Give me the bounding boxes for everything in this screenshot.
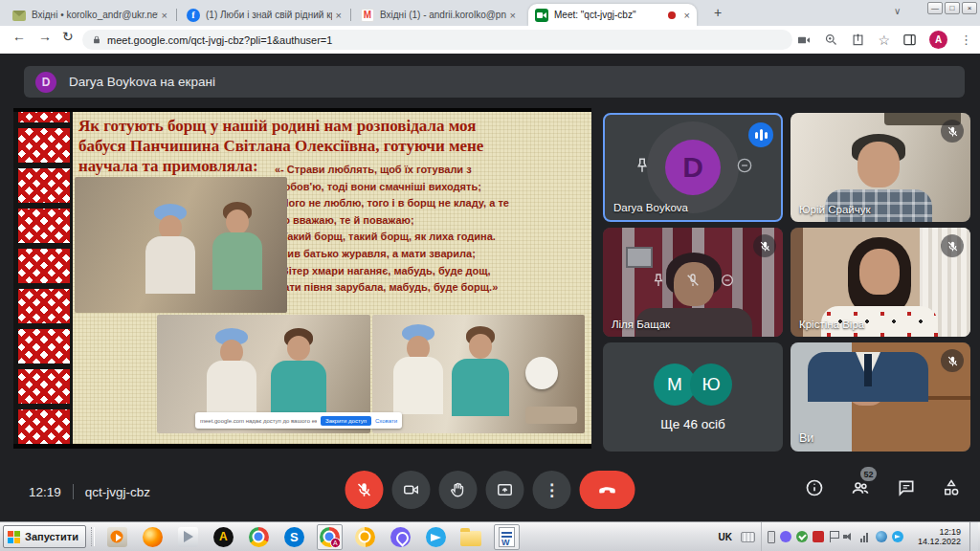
present-screen-button[interactable]	[486, 471, 524, 509]
gmail-icon: M	[361, 9, 374, 22]
viber-icon[interactable]	[388, 524, 413, 550]
media-player-icon[interactable]	[104, 524, 130, 550]
mic-off-icon	[941, 349, 964, 372]
quick-launch-handle	[91, 527, 95, 546]
participants-button[interactable]: 52	[850, 478, 871, 501]
taskbar-clock[interactable]: 12:19 14.12.2022	[915, 527, 964, 547]
viber-tray-icon[interactable]	[780, 531, 791, 542]
mute-icon[interactable]	[685, 273, 701, 292]
network-signal-icon[interactable]	[859, 531, 871, 542]
zoom-icon[interactable]	[824, 33, 838, 47]
window-maximize-button[interactable]: □	[945, 2, 960, 14]
close-icon[interactable]: ×	[684, 10, 690, 21]
firefox-icon[interactable]	[140, 524, 166, 550]
browser-tray-icon[interactable]	[876, 531, 887, 542]
word-document-icon[interactable]: W	[494, 524, 520, 550]
overflow-count-label: Ще 46 осіб	[603, 417, 783, 431]
tray-icons	[761, 522, 909, 551]
tab-ukrnet-mail[interactable]: Вхідні • korolko_andr@ukr.net ×	[6, 4, 174, 26]
telegram-icon[interactable]	[423, 524, 449, 550]
hide-notice-link[interactable]: Сховати	[375, 418, 397, 424]
aimp-icon[interactable]: A	[211, 524, 236, 550]
participant-tile-kristina[interactable]: Крістіна Віра	[791, 228, 970, 337]
close-icon[interactable]: ×	[162, 10, 167, 21]
browser-tab-bar: Вхідні • korolko_andr@ukr.net × f (1) Лю…	[0, 0, 980, 26]
more-options-button[interactable]: ⋮	[533, 471, 571, 509]
toolbar-actions: ☆ A ⋮	[796, 28, 972, 52]
side-panel-icon[interactable]	[902, 33, 917, 47]
tab-facebook[interactable]: f (1) Люби і знай свій рідний кра ×	[180, 4, 348, 26]
skype-icon[interactable]: S	[281, 524, 307, 550]
participant-avatar: D	[665, 140, 721, 195]
meet-main: D Darya Boykova на екрані Як готують бор…	[0, 54, 980, 521]
participant-name: Darya Boykova	[613, 202, 688, 213]
telegram-tray-icon[interactable]	[892, 531, 903, 542]
bookmark-star-icon[interactable]: ☆	[878, 33, 890, 48]
tab-separator	[350, 9, 351, 21]
chrome-profile-icon[interactable]: A	[317, 524, 343, 550]
tab-search-chevron-icon[interactable]: ∨	[894, 6, 901, 16]
pin-icon[interactable]	[634, 157, 651, 178]
volume-icon[interactable]	[843, 531, 855, 542]
participant-tile-darya[interactable]: D Darya Boykova	[603, 113, 783, 222]
chat-button[interactable]	[897, 478, 916, 501]
pot	[525, 407, 577, 424]
address-bar[interactable]: meet.google.com/qct-jvgj-cbz?pli=1&authu…	[82, 30, 792, 50]
language-indicator[interactable]: UK	[716, 532, 735, 542]
participant-tile-lilia[interactable]: Ліля Бащак	[603, 228, 783, 337]
activities-button[interactable]	[942, 478, 961, 501]
raise-hand-button[interactable]	[439, 471, 478, 509]
red-utility-icon[interactable]	[813, 531, 824, 542]
mic-toggle-button[interactable]	[345, 471, 384, 509]
window-minimize-button[interactable]: —	[927, 2, 943, 14]
remove-participant-icon[interactable]	[720, 273, 735, 292]
tab-title: Вхідні (1) - andrii.korolko@pnu.e	[380, 10, 506, 20]
forward-button[interactable]: →	[38, 29, 52, 44]
remove-participant-icon[interactable]	[735, 156, 754, 179]
antivirus-icon[interactable]	[796, 531, 808, 542]
camera-toggle-button[interactable]	[392, 471, 431, 509]
embroidery-border-decoration	[13, 112, 73, 444]
window-close-button[interactable]: ×	[962, 2, 977, 14]
presenter-avatar: D	[35, 72, 56, 93]
new-tab-button[interactable]: +	[709, 5, 726, 22]
chrome-canary-icon[interactable]	[352, 524, 378, 550]
back-button[interactable]: ←	[12, 29, 26, 44]
share-icon[interactable]	[851, 33, 865, 47]
tab-gmail[interactable]: M Вхідні (1) - andrii.korolko@pnu.e ×	[354, 4, 523, 26]
file-manager-icon[interactable]	[458, 524, 484, 550]
close-icon[interactable]: ×	[510, 10, 516, 21]
close-icon[interactable]: ×	[336, 10, 342, 21]
meeting-details-button[interactable]	[805, 478, 824, 501]
clock-date: 14.12.2022	[918, 537, 961, 547]
audio-level-indicator-icon	[748, 122, 773, 147]
end-call-button[interactable]	[580, 471, 635, 509]
chrome-icon[interactable]	[246, 524, 272, 550]
self-view-tile[interactable]: Ви	[791, 342, 970, 452]
overflow-participants-tile[interactable]: М Ю Ще 46 осіб	[603, 342, 783, 452]
participant-tile-yurii[interactable]: Юрій Срайчук	[791, 113, 970, 222]
participant-avatar: Ю	[690, 364, 732, 406]
ukrnet-mail-icon	[12, 11, 26, 21]
show-desktop-button[interactable]	[969, 522, 978, 551]
camera-in-use-icon[interactable]	[796, 33, 812, 48]
facebook-icon: f	[187, 9, 200, 22]
tab-meet-active[interactable]: Meet: "qct-jvgj-cbz" ×	[528, 4, 697, 26]
mic-off-icon	[941, 234, 964, 257]
keyboard-layout-icon[interactable]	[741, 532, 755, 542]
kmplayer-icon[interactable]	[175, 524, 201, 550]
meet-icon	[535, 9, 548, 22]
stop-sharing-button[interactable]: Закрити доступ	[321, 416, 371, 426]
action-center-flag-icon[interactable]	[829, 531, 838, 542]
pin-icon[interactable]	[651, 273, 666, 292]
start-button[interactable]: Запустити	[3, 525, 86, 548]
profile-avatar[interactable]: A	[929, 31, 947, 49]
browser-menu-icon[interactable]: ⋮	[960, 33, 972, 47]
start-label: Запустити	[25, 531, 78, 542]
battery-icon[interactable]	[768, 531, 775, 543]
more-vert-icon: ⋮	[544, 480, 560, 500]
reload-button[interactable]: ↻	[62, 29, 74, 44]
self-name-label: Ви	[799, 431, 813, 445]
window-controls: — □ ×	[927, 2, 977, 14]
screen-share-area: Як готують борщ у нашій родині нам розпо…	[13, 108, 591, 449]
